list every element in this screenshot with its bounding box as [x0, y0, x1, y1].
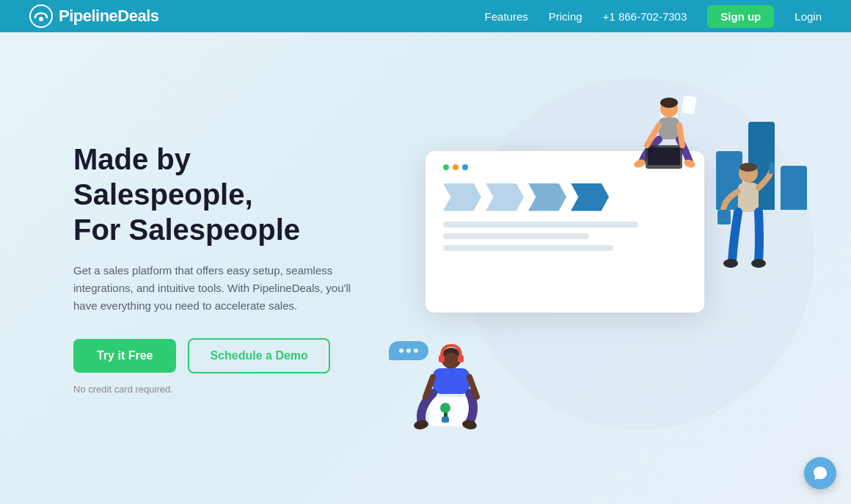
- logo-link[interactable]: PipelineDeals: [29, 4, 159, 28]
- logo-text: PipelineDeals: [59, 7, 159, 26]
- svg-point-17: [751, 259, 766, 268]
- card-line-2: [443, 233, 589, 239]
- card-line-1: [443, 222, 638, 227]
- login-button[interactable]: Login: [795, 10, 822, 23]
- svg-point-12: [739, 163, 757, 172]
- person-right-svg: [712, 158, 778, 291]
- svg-point-16: [723, 259, 738, 268]
- hero-title: Made by Salespeople, For Salespeople: [73, 142, 367, 247]
- bar-3: [781, 166, 807, 210]
- svg-rect-14: [769, 162, 775, 174]
- hero-section: Made by Salespeople, For Salespeople Get…: [0, 32, 851, 504]
- card-line-3: [443, 245, 613, 251]
- svg-point-0: [30, 5, 52, 27]
- dot-yellow: [453, 164, 459, 170]
- svg-point-24: [413, 419, 429, 430]
- navbar: PipelineDeals Features Pricing +1 866-70…: [0, 0, 851, 32]
- svg-rect-20: [439, 355, 445, 362]
- hero-content: Made by Salespeople, For Salespeople Get…: [73, 142, 367, 395]
- arrow-2: [486, 183, 524, 211]
- schedule-demo-button[interactable]: Schedule a Demo: [188, 338, 329, 373]
- dot-green: [443, 164, 449, 170]
- logo-icon: [29, 4, 53, 28]
- hero-subtitle: Get a sales platform that offers easy se…: [73, 262, 367, 315]
- features-link[interactable]: Features: [485, 10, 528, 23]
- svg-point-3: [660, 98, 678, 108]
- person-right: [712, 158, 778, 291]
- card-lines: [443, 222, 687, 251]
- person-top: [616, 92, 704, 188]
- chat-dot-1: [399, 348, 403, 353]
- svg-rect-30: [442, 417, 449, 423]
- svg-point-29: [440, 403, 450, 413]
- hero-buttons: Try it Free Schedule a Demo: [73, 338, 367, 373]
- svg-rect-4: [659, 117, 679, 139]
- dot-blue: [462, 164, 468, 170]
- try-free-button[interactable]: Try it Free: [73, 339, 176, 373]
- svg-point-19: [443, 353, 459, 369]
- person-top-svg: [616, 92, 704, 188]
- nav-links: Features Pricing +1 866-702-7303 Sign up…: [485, 5, 822, 28]
- arrow-3: [528, 183, 566, 211]
- chat-icon: [812, 465, 828, 481]
- arrow-4: [571, 183, 609, 211]
- chat-widget[interactable]: [804, 457, 836, 489]
- pricing-link[interactable]: Pricing: [549, 10, 582, 23]
- svg-line-8: [679, 125, 682, 145]
- svg-point-1: [39, 17, 43, 21]
- chat-dot-3: [414, 348, 418, 353]
- svg-rect-13: [738, 183, 759, 212]
- chat-bubble: [389, 341, 428, 360]
- svg-rect-21: [458, 355, 464, 362]
- phone-number: +1 866-702-7303: [603, 10, 687, 23]
- hero-illustration: [367, 63, 792, 474]
- arrow-1: [443, 183, 481, 211]
- svg-rect-22: [433, 368, 470, 394]
- svg-rect-15: [717, 210, 731, 224]
- svg-rect-6: [648, 147, 680, 165]
- signup-button[interactable]: Sign up: [707, 5, 774, 28]
- chat-dot-2: [406, 348, 411, 353]
- no-credit-card-label: No credit card required.: [73, 384, 367, 395]
